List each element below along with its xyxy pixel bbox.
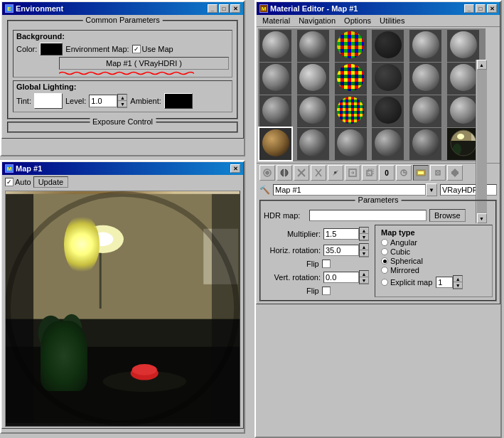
tint-color-swatch[interactable] [34, 93, 63, 109]
vert-flip-label: Flip [306, 287, 319, 295]
env-maximize-btn[interactable]: □ [219, 4, 229, 13]
use-map-checkbox-wrapper[interactable]: ✓ Use Map [132, 45, 173, 53]
get-from-scene-btn[interactable] [345, 165, 360, 181]
mat-cell-1-3[interactable] [335, 30, 367, 62]
explicit-up[interactable]: ▲ [454, 276, 462, 282]
env-minimize-btn[interactable]: _ [208, 4, 218, 13]
mat-cell-2-2[interactable] [297, 63, 329, 95]
mat-cell-1-6[interactable] [447, 30, 479, 62]
menu-material[interactable]: Material [258, 16, 294, 26]
params-main-row: Multiplier: 1.5 ▲ ▼ Horiz. rotation: [264, 225, 493, 297]
mat-grid-scrollbar[interactable]: ▲ ▼ [476, 60, 487, 223]
material-editor-window: M Material Editor - Map #1 _ □ ✕ Materia… [254, 0, 502, 438]
horiz-rot-up[interactable]: ▲ [360, 244, 368, 250]
squiggly-line [59, 71, 194, 75]
delete-btn[interactable] [311, 165, 326, 181]
mat-cell-2-6[interactable] [447, 63, 479, 95]
hdr-path-input[interactable]: F:\HDRI贴图\Apartment_Prob [309, 210, 427, 221]
browse-button[interactable]: Browse [429, 209, 466, 222]
mat-cell-2-3[interactable] [335, 63, 367, 95]
mat-cell-2-1[interactable] [259, 63, 291, 95]
mat-cell-2-5[interactable] [409, 63, 441, 95]
multiplier-up[interactable]: ▲ [360, 228, 368, 234]
mat-cell-3-5[interactable] [409, 95, 441, 127]
map-window-controls[interactable]: ✕ [230, 164, 240, 173]
mat-cell-4-4[interactable] [372, 128, 404, 160]
mat-cell-4-5[interactable] [409, 128, 441, 160]
radio-cubic[interactable]: Cubic [381, 247, 486, 256]
level-input[interactable]: 1.0 [89, 95, 117, 107]
mat-cell-3-3[interactable] [335, 95, 367, 127]
zero-btn[interactable]: 0 [379, 165, 395, 181]
scroll-up-btn[interactable]: ▲ [477, 60, 487, 70]
env-close-btn[interactable]: ✕ [230, 4, 240, 13]
vert-flip-row: Flip [306, 287, 369, 295]
env-window-controls[interactable]: _ □ ✕ [208, 4, 240, 13]
radio-explicit[interactable]: Explicit map 1 ▲ ▼ [381, 275, 486, 289]
background-label: Background: [16, 32, 229, 41]
vert-flip-checkbox[interactable] [322, 287, 331, 295]
cubic-radio[interactable] [381, 248, 388, 255]
horiz-rot-down[interactable]: ▼ [360, 250, 368, 257]
mat-editor-icon: M [259, 4, 268, 13]
mat-cell-1-5[interactable] [409, 30, 441, 62]
level-up-arrow[interactable]: ▲ [118, 95, 127, 101]
angular-radio[interactable] [381, 239, 388, 246]
radio-mirrored[interactable]: Mirrored [381, 266, 486, 274]
highlight-btn[interactable] [413, 165, 429, 181]
map-type-input[interactable]: VRayHDRI [440, 184, 497, 196]
mat-close-btn[interactable]: ✕ [487, 4, 497, 13]
spherical-radio[interactable] [381, 257, 388, 265]
menu-options[interactable]: Options [340, 16, 375, 26]
auto-checkbox[interactable]: ✓ [5, 178, 14, 186]
vert-rotation-input[interactable]: 0.0 [323, 272, 359, 283]
mat-cell-3-1[interactable] [259, 95, 291, 127]
level-down-arrow[interactable]: ▼ [118, 101, 127, 107]
explicit-down[interactable]: ▼ [454, 282, 462, 289]
mat-maximize-btn[interactable]: □ [476, 4, 486, 13]
map-close-btn[interactable]: ✕ [230, 164, 240, 173]
get-material-btn[interactable] [259, 165, 275, 181]
mat-cell-1-4[interactable] [372, 30, 404, 62]
sync-btn[interactable] [396, 165, 412, 181]
mat-cell-2-4[interactable] [372, 63, 404, 95]
multiplier-down[interactable]: ▼ [360, 234, 368, 240]
level-spinner[interactable]: 1.0 ▲ ▼ [89, 94, 127, 108]
map-name-input[interactable]: Map #1 [273, 184, 426, 196]
vert-rot-down[interactable]: ▼ [360, 277, 368, 284]
tool-btn-12[interactable] [447, 165, 463, 181]
explicit-input[interactable]: 1 [436, 277, 453, 288]
horiz-flip-checkbox[interactable] [322, 260, 331, 268]
horiz-rotation-input[interactable]: 35.0 [323, 245, 359, 256]
reset-btn[interactable] [294, 165, 309, 181]
update-button[interactable]: Update [33, 176, 68, 188]
mat-cell-4-3[interactable] [335, 128, 367, 160]
menu-utilities[interactable]: Utilities [375, 16, 409, 26]
mirrored-radio[interactable] [381, 267, 388, 274]
mat-cell-4-2[interactable] [297, 128, 329, 160]
use-map-checkbox[interactable]: ✓ [132, 45, 141, 53]
mat-cell-1-2[interactable] [297, 30, 329, 62]
menu-navigation[interactable]: Navigation [294, 16, 340, 26]
multiplier-input[interactable]: 1.5 [323, 228, 359, 240]
background-color-swatch[interactable] [40, 43, 63, 55]
mat-cell-4-6[interactable] [447, 128, 479, 160]
mat-editor-controls[interactable]: _ □ ✕ [464, 4, 497, 13]
tool-btn-11[interactable] [430, 165, 446, 181]
map-name-dropdown[interactable]: ▼ [426, 183, 437, 196]
mat-cell-3-4[interactable] [372, 95, 404, 127]
mat-cell-3-6[interactable] [447, 95, 479, 127]
mat-cell-1-1[interactable] [259, 30, 291, 62]
mat-cell-3-2[interactable] [297, 95, 329, 127]
mat-cell-4-1[interactable] [259, 128, 291, 160]
map-button[interactable]: Map #1 ( VRayHDRI ) [59, 57, 229, 70]
put-material-btn[interactable] [277, 165, 292, 181]
pick-btn[interactable] [328, 165, 343, 181]
ambient-color-swatch[interactable] [164, 93, 193, 109]
radio-angular[interactable]: Angular [381, 238, 486, 247]
vert-rot-up[interactable]: ▲ [360, 271, 368, 277]
copy-btn[interactable] [362, 165, 377, 181]
explicit-radio[interactable] [381, 279, 388, 286]
radio-spherical[interactable]: Spherical [381, 257, 486, 265]
mat-minimize-btn[interactable]: _ [464, 4, 474, 13]
